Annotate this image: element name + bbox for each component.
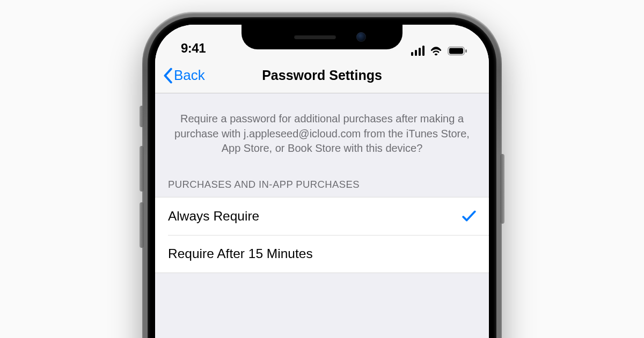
section-header: PURCHASES AND IN-APP PURCHASES <box>155 170 489 197</box>
navigation-bar: Back Password Settings <box>155 58 489 93</box>
option-label: Always Require <box>168 209 259 224</box>
checkmark-icon <box>462 210 476 222</box>
back-label: Back <box>174 67 205 84</box>
screen: 9:41 <box>155 25 489 338</box>
svg-rect-1 <box>449 48 463 54</box>
front-camera <box>356 32 366 42</box>
phone-bezel: 9:41 <box>148 17 496 338</box>
speaker-grille <box>294 35 336 39</box>
side-button <box>500 154 504 224</box>
mute-switch <box>140 106 144 127</box>
cellular-signal-icon <box>411 46 425 56</box>
section-description: Require a password for additional purcha… <box>155 93 489 170</box>
option-group: Always Require Require After 15 Minutes <box>155 197 489 273</box>
wifi-icon <box>429 46 443 56</box>
volume-down-button <box>140 202 144 248</box>
option-require-after-15-minutes[interactable]: Require After 15 Minutes <box>168 235 489 273</box>
svg-rect-2 <box>465 49 467 53</box>
status-time: 9:41 <box>181 41 206 56</box>
phone-frame: 9:41 <box>142 12 502 338</box>
volume-up-button <box>140 146 144 192</box>
page-title: Password Settings <box>155 68 489 83</box>
content: Require a password for additional purcha… <box>155 93 489 273</box>
chevron-left-icon <box>163 68 173 84</box>
battery-icon <box>448 46 467 56</box>
back-button[interactable]: Back <box>163 67 205 84</box>
option-label: Require After 15 Minutes <box>168 246 313 261</box>
status-right <box>411 46 468 56</box>
option-always-require[interactable]: Always Require <box>155 197 489 235</box>
notch <box>241 25 402 49</box>
